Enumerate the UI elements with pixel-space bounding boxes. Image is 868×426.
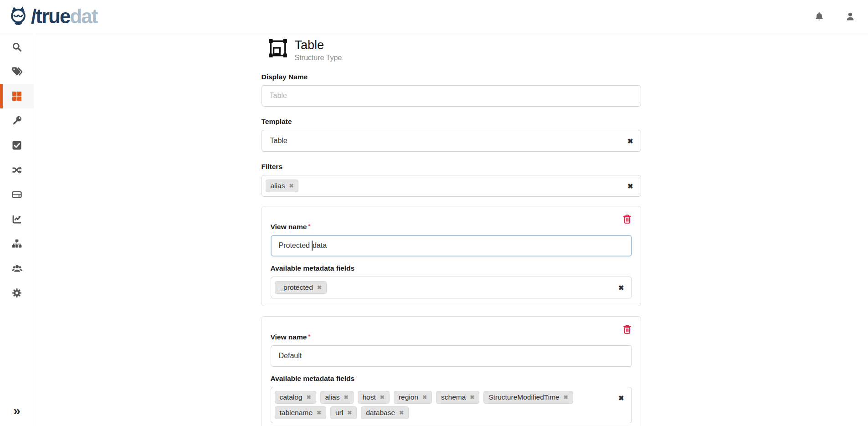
tags-icon bbox=[11, 67, 22, 77]
brand-logo[interactable]: /truedat bbox=[7, 5, 97, 28]
user-icon bbox=[845, 11, 855, 21]
sidebar-item-search[interactable] bbox=[0, 35, 34, 59]
sidebar-item-quality[interactable] bbox=[0, 133, 34, 158]
sidebar-expand-button[interactable]: » bbox=[0, 399, 34, 423]
tag-pill: alias✖ bbox=[320, 391, 354, 404]
search-icon bbox=[12, 42, 22, 52]
tag-pill-label: tablename bbox=[280, 409, 313, 417]
sidebar: » bbox=[0, 33, 34, 426]
brand-name-secondary: dat bbox=[70, 5, 97, 27]
brand-name: /truedat bbox=[31, 6, 97, 26]
gear-icon bbox=[12, 288, 22, 298]
angle-double-right-icon: » bbox=[13, 404, 21, 418]
sidebar-item-users[interactable] bbox=[0, 256, 34, 281]
filters-select[interactable]: alias✖ ✖ bbox=[262, 175, 641, 197]
owl-logo-icon bbox=[7, 5, 29, 28]
remove-tag-icon[interactable]: ✖ bbox=[317, 410, 321, 416]
tag-pill-label: schema bbox=[441, 393, 466, 401]
view-name-input[interactable] bbox=[271, 345, 632, 367]
delete-view-button[interactable] bbox=[622, 324, 632, 335]
metadata-clear-icon[interactable]: ✖ bbox=[618, 284, 624, 292]
page-title: Table bbox=[295, 39, 342, 52]
header-actions bbox=[814, 11, 858, 21]
tag-pill-label: database bbox=[366, 409, 395, 417]
metadata-fields-label: Available metadata fields bbox=[271, 375, 632, 383]
tag-pill: StructureModifiedTime✖ bbox=[483, 391, 573, 404]
remove-tag-icon[interactable]: ✖ bbox=[344, 395, 348, 400]
sidebar-item-permissions[interactable] bbox=[0, 108, 34, 133]
remove-tag-icon[interactable]: ✖ bbox=[470, 395, 474, 400]
page-title-block: Table Structure Type bbox=[262, 39, 641, 62]
chart-line-icon bbox=[12, 214, 22, 224]
tag-pill: host✖ bbox=[358, 391, 390, 404]
bell-icon bbox=[814, 11, 824, 21]
view-name-input[interactable]: Protected data bbox=[271, 235, 632, 257]
filters-clear-icon[interactable]: ✖ bbox=[627, 182, 633, 190]
view-name-label: View name* bbox=[271, 223, 311, 231]
tag-pill-label: region bbox=[399, 393, 418, 401]
template-clear-icon[interactable]: ✖ bbox=[627, 137, 633, 145]
hdd-icon bbox=[12, 190, 22, 200]
tag-pill-label: alias bbox=[325, 393, 340, 401]
tag-pill-label: catalog bbox=[280, 393, 303, 401]
app-window: /truedat bbox=[0, 0, 868, 426]
sidebar-item-settings[interactable] bbox=[0, 281, 34, 305]
sidebar-spacer bbox=[0, 305, 34, 399]
view-card: View name* Protected data Ava bbox=[262, 206, 641, 306]
remove-tag-icon[interactable]: ✖ bbox=[380, 395, 385, 400]
template-select[interactable]: Table ✖ bbox=[262, 130, 641, 152]
filters-label: Filters bbox=[262, 163, 641, 171]
sidebar-item-tags[interactable] bbox=[0, 59, 34, 84]
view-card: View name* Available metadat bbox=[262, 316, 641, 426]
delete-view-button[interactable] bbox=[622, 214, 632, 225]
remove-tag-icon[interactable]: ✖ bbox=[422, 395, 427, 400]
remove-tag-icon[interactable]: ✖ bbox=[317, 285, 322, 290]
required-asterisk: * bbox=[308, 223, 310, 230]
metadata-fields-select[interactable]: _protected✖ ✖ bbox=[271, 277, 632, 298]
sidebar-item-lineage[interactable] bbox=[0, 158, 34, 182]
display-name-label: Display Name bbox=[262, 73, 641, 81]
sidebar-item-systems[interactable] bbox=[0, 182, 34, 207]
remove-tag-icon[interactable]: ✖ bbox=[347, 410, 352, 416]
metadata-fields-label: Available metadata fields bbox=[271, 264, 632, 272]
metadata-tag-list: catalog✖ alias✖ host✖ region✖ schema✖ St… bbox=[275, 390, 609, 421]
tag-pill: region✖ bbox=[394, 391, 432, 404]
tag-pill: tablename✖ bbox=[275, 406, 326, 419]
metadata-fields-select[interactable]: catalog✖ alias✖ host✖ region✖ schema✖ St… bbox=[271, 387, 632, 423]
tag-pill-label: StructureModifiedTime bbox=[488, 393, 559, 401]
object-group-icon bbox=[268, 39, 288, 58]
trash-icon bbox=[622, 219, 632, 226]
page-subtitle: Structure Type bbox=[295, 54, 342, 62]
grid-icon bbox=[12, 91, 22, 101]
tag-pill: _protected✖ bbox=[275, 281, 327, 294]
display-name-input[interactable] bbox=[262, 85, 641, 107]
users-icon bbox=[11, 263, 23, 273]
sidebar-item-taxonomy[interactable] bbox=[0, 231, 34, 256]
check-square-icon bbox=[12, 140, 22, 150]
remove-tag-icon[interactable]: ✖ bbox=[289, 183, 293, 189]
tag-pill-label: alias bbox=[271, 182, 285, 190]
tag-pill: catalog✖ bbox=[275, 391, 316, 404]
remove-tag-icon[interactable]: ✖ bbox=[564, 395, 568, 400]
trash-icon bbox=[622, 329, 632, 336]
view-card-header: View name* bbox=[271, 214, 632, 231]
app-header: /truedat bbox=[0, 0, 868, 33]
sidebar-item-structure-types[interactable] bbox=[0, 84, 34, 108]
remove-tag-icon[interactable]: ✖ bbox=[399, 410, 404, 416]
template-selected-value: Table bbox=[266, 137, 288, 145]
metadata-clear-icon[interactable]: ✖ bbox=[618, 394, 624, 402]
structure-type-form: Table Structure Type Display Name Templa… bbox=[262, 33, 641, 426]
main-area: Table Structure Type Display Name Templa… bbox=[34, 33, 868, 426]
tag-pill-label: url bbox=[335, 409, 343, 417]
sidebar-item-dashboards[interactable] bbox=[0, 207, 34, 231]
tag-pill: schema✖ bbox=[436, 391, 479, 404]
notifications-button[interactable] bbox=[814, 11, 824, 21]
tag-pill: database✖ bbox=[361, 406, 409, 419]
tag-pill: alias✖ bbox=[266, 180, 299, 192]
view-name-label: View name* bbox=[271, 333, 311, 341]
remove-tag-icon[interactable]: ✖ bbox=[306, 395, 311, 400]
shuffle-icon bbox=[12, 165, 22, 175]
metadata-tag-list: _protected✖ bbox=[275, 280, 609, 295]
user-menu-button[interactable] bbox=[845, 11, 855, 21]
tag-pill: url✖ bbox=[330, 406, 357, 419]
